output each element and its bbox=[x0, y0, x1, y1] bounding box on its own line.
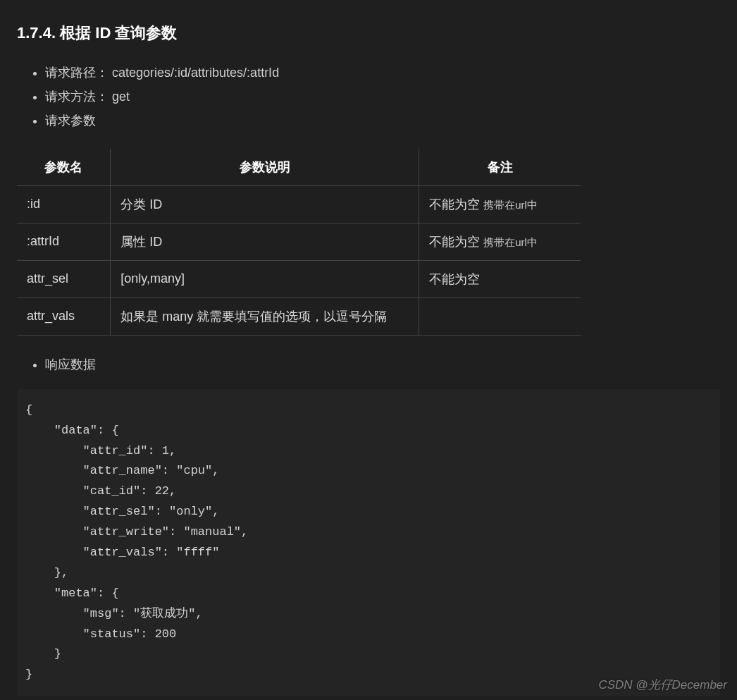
td-name: :id bbox=[17, 185, 111, 223]
request-method-value: get bbox=[112, 90, 130, 104]
section-title-text: 根据 ID 查询参数 bbox=[60, 24, 177, 42]
request-method-label: 请求方法： bbox=[45, 90, 109, 104]
note-main: 不能为空 bbox=[429, 272, 480, 286]
request-method-item: 请求方法： get bbox=[45, 85, 720, 109]
note-main: 不能为空 bbox=[429, 197, 480, 211]
td-name: attr_sel bbox=[17, 260, 111, 297]
request-params-item: 请求参数 bbox=[45, 109, 720, 133]
request-path-item: 请求路径： categories/:id/attributes/:attrId bbox=[45, 61, 720, 85]
response-code-block: { "data": { "attr_id": 1, "attr_name": "… bbox=[17, 389, 720, 696]
table-row: :id 分类 ID 不能为空 携带在url中 bbox=[17, 185, 581, 223]
response-data-item: 响应数据 bbox=[45, 352, 720, 376]
table-header-row: 参数名 参数说明 备注 bbox=[17, 149, 581, 186]
request-path-label: 请求路径： bbox=[45, 66, 109, 80]
note-sub: 携带在url中 bbox=[483, 199, 538, 211]
section-heading: 1.7.4. 根据 ID 查询参数 bbox=[17, 23, 720, 44]
request-path-value: categories/:id/attributes/:attrId bbox=[112, 66, 279, 80]
td-name: attr_vals bbox=[17, 297, 111, 335]
params-table: 参数名 参数说明 备注 :id 分类 ID 不能为空 携带在url中 :attr… bbox=[17, 149, 581, 336]
td-note: 不能为空 bbox=[419, 260, 581, 297]
td-desc: 属性 ID bbox=[111, 223, 419, 260]
th-name: 参数名 bbox=[17, 149, 111, 186]
request-params-label: 请求参数 bbox=[45, 113, 96, 128]
note-main: 不能为空 bbox=[429, 235, 480, 249]
td-note: 不能为空 携带在url中 bbox=[419, 223, 581, 260]
request-info-list: 请求路径： categories/:id/attributes/:attrId … bbox=[17, 61, 720, 133]
th-note: 备注 bbox=[419, 149, 581, 186]
td-desc: 如果是 many 就需要填写值的选项，以逗号分隔 bbox=[111, 297, 419, 335]
td-desc: 分类 ID bbox=[111, 185, 419, 223]
td-note: 不能为空 携带在url中 bbox=[419, 185, 581, 223]
td-note bbox=[419, 297, 581, 335]
th-desc: 参数说明 bbox=[111, 149, 419, 186]
td-desc: [only,many] bbox=[111, 260, 419, 297]
response-info-list: 响应数据 bbox=[17, 352, 720, 376]
table-row: :attrId 属性 ID 不能为空 携带在url中 bbox=[17, 223, 581, 260]
table-row: attr_vals 如果是 many 就需要填写值的选项，以逗号分隔 bbox=[17, 297, 581, 335]
section-number: 1.7.4. bbox=[17, 24, 56, 42]
doc-page: 1.7.4. 根据 ID 查询参数 请求路径： categories/:id/a… bbox=[0, 0, 737, 700]
response-data-label: 响应数据 bbox=[45, 357, 96, 372]
note-sub: 携带在url中 bbox=[483, 236, 538, 248]
td-name: :attrId bbox=[17, 223, 111, 260]
table-row: attr_sel [only,many] 不能为空 bbox=[17, 260, 581, 297]
